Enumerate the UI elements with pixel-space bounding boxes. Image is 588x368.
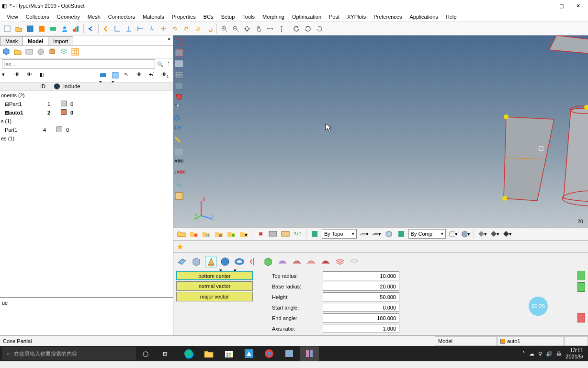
- eye4-icon[interactable]: 👁1: [161, 71, 171, 81]
- fit-icon[interactable]: [242, 23, 252, 34]
- tree-row[interactable]: ⊞ auto1 2 0: [0, 108, 173, 117]
- collector-icon[interactable]: [36, 23, 47, 34]
- shape-ribbon2-icon[interactable]: [291, 256, 303, 267]
- eye2-icon[interactable]: 👁: [27, 71, 36, 81]
- shape-ribbon1-icon[interactable]: [277, 256, 288, 267]
- hypermesh-taskbar-icon[interactable]: [300, 346, 319, 361]
- spin-left-icon[interactable]: [291, 23, 302, 34]
- sheet-icon[interactable]: ▾: [112, 71, 121, 81]
- shape-ribbon4-icon[interactable]: [320, 256, 331, 267]
- menu-properties[interactable]: Properties: [168, 13, 200, 21]
- ime-label[interactable]: 英: [556, 350, 562, 357]
- model-tree[interactable]: onents (2) ⊞ Part1 1 0 ⊞ auto1 2 0 s (1)…: [0, 91, 173, 297]
- taskbar-clock[interactable]: 13:11 2021/5/: [565, 347, 583, 360]
- cursor-icon[interactable]: ↖: [124, 71, 134, 81]
- tree-group-sets[interactable]: s (1): [0, 117, 173, 126]
- axis-xz-icon[interactable]: [124, 23, 134, 34]
- open-icon[interactable]: [13, 23, 24, 34]
- component-icon[interactable]: [48, 23, 58, 34]
- section-icon[interactable]: [174, 192, 185, 201]
- menu-setup[interactable]: Setup: [217, 13, 239, 21]
- store-icon[interactable]: [219, 346, 238, 361]
- wifi-icon[interactable]: ⚲: [538, 351, 542, 357]
- tree-row[interactable]: ⊞ Part1 1 0: [0, 100, 173, 108]
- tree-group-entities[interactable]: es (1): [0, 134, 173, 143]
- toggle-icon[interactable]: +/-: [149, 71, 158, 81]
- grid2-icon[interactable]: [174, 148, 185, 157]
- by-comp-combo[interactable]: By Comp: [408, 229, 446, 239]
- shape-spin-icon[interactable]: [248, 256, 260, 267]
- app1-icon[interactable]: [239, 346, 259, 361]
- shape-layers-icon[interactable]: [334, 256, 346, 267]
- shape-mesh-icon[interactable]: [349, 256, 360, 267]
- shape-cone-icon[interactable]: [205, 256, 216, 267]
- by-topo-combo[interactable]: By Topo: [322, 229, 357, 239]
- abc-icon[interactable]: ABC: [174, 159, 185, 168]
- shape-plane-icon[interactable]: [176, 256, 188, 267]
- menu-help[interactable]: Help: [442, 13, 461, 21]
- folder3-icon[interactable]: [201, 229, 212, 239]
- end-angle-input[interactable]: [323, 313, 399, 322]
- view-icon[interactable]: [25, 47, 34, 57]
- explorer-icon[interactable]: [199, 346, 218, 361]
- menu-preferences[interactable]: Preferences: [370, 13, 406, 21]
- hidden-icon[interactable]: [174, 59, 185, 69]
- abc-red-icon[interactable]: ↓ABC: [174, 170, 185, 179]
- numbers-icon[interactable]: 123: [174, 126, 185, 135]
- normal-vector-button[interactable]: normal vector: [176, 281, 253, 291]
- axis-iso-icon[interactable]: [147, 23, 157, 34]
- top-radius-input[interactable]: [323, 271, 399, 280]
- card-icon[interactable]: [268, 229, 278, 239]
- axis-yz-icon[interactable]: [135, 23, 146, 34]
- folder5-icon[interactable]: [226, 229, 237, 239]
- height-input[interactable]: [323, 292, 399, 301]
- app3-icon[interactable]: [280, 346, 299, 361]
- menu-bcs[interactable]: BCs: [200, 13, 217, 21]
- shape-box-icon[interactable]: [191, 256, 202, 267]
- transparent-icon[interactable]: [174, 81, 185, 91]
- shaded-icon[interactable]: [174, 48, 185, 58]
- minimize-button[interactable]: ─: [537, 0, 554, 12]
- rotate-up-icon[interactable]: [192, 23, 203, 34]
- menu-materials[interactable]: Materials: [139, 13, 168, 21]
- tab-import[interactable]: Import: [48, 36, 73, 46]
- create2-button[interactable]: [577, 282, 585, 292]
- menu-tools[interactable]: Tools: [238, 13, 259, 21]
- search-input[interactable]: [2, 59, 155, 69]
- topo-icon[interactable]: [309, 229, 320, 239]
- zoom-in-icon[interactable]: [219, 23, 229, 34]
- folder2-icon[interactable]: [189, 229, 199, 239]
- menu-xyplots[interactable]: XYPlots: [343, 13, 370, 21]
- taskview-icon[interactable]: ⊞: [155, 346, 174, 361]
- folder-icon[interactable]: [13, 47, 23, 57]
- pan-ud-icon[interactable]: [276, 23, 287, 34]
- tree-group-components[interactable]: onents (2): [0, 91, 173, 100]
- app2-icon[interactable]: [260, 346, 279, 361]
- viewport-3d[interactable]: 🔭 ⓘ 123 📏 ABC ↓ABC Model Info:: [173, 35, 588, 227]
- wireframe-icon[interactable]: [174, 37, 185, 47]
- volume-icon[interactable]: 🔊: [546, 351, 553, 357]
- chart-icon[interactable]: [71, 23, 81, 34]
- shape-green-icon[interactable]: [262, 256, 274, 267]
- layer-icon[interactable]: [59, 47, 69, 57]
- folder6-icon[interactable]: ▾: [238, 229, 249, 239]
- eye-icon[interactable]: 👁: [14, 71, 24, 81]
- axis-rev-icon[interactable]: [158, 23, 169, 34]
- reject-button[interactable]: [577, 313, 585, 322]
- rhomb2-icon[interactable]: ▾: [489, 229, 500, 239]
- rhomb1-icon[interactable]: ▾: [477, 229, 487, 239]
- refresh-icon[interactable]: ↻?: [293, 229, 303, 239]
- base-radius-input[interactable]: [323, 282, 399, 291]
- menu-view[interactable]: View: [3, 13, 22, 21]
- cortana-icon[interactable]: ◯: [136, 346, 155, 361]
- close-button[interactable]: ✕: [570, 0, 586, 12]
- folder4-icon[interactable]: [214, 229, 224, 239]
- shape-ribbon3-icon[interactable]: [305, 256, 317, 267]
- rotate-left-icon[interactable]: [170, 23, 180, 34]
- menu-optimization[interactable]: Optimization: [288, 13, 325, 21]
- axis-xy-icon[interactable]: [112, 23, 123, 34]
- delete-icon[interactable]: ✖: [255, 229, 266, 239]
- tree-icon[interactable]: ◧: [39, 71, 49, 81]
- filter-icon[interactable]: ⋮: [166, 61, 171, 68]
- taskbar-search[interactable]: ○ 在这里输入你要搜索的内容: [2, 347, 136, 360]
